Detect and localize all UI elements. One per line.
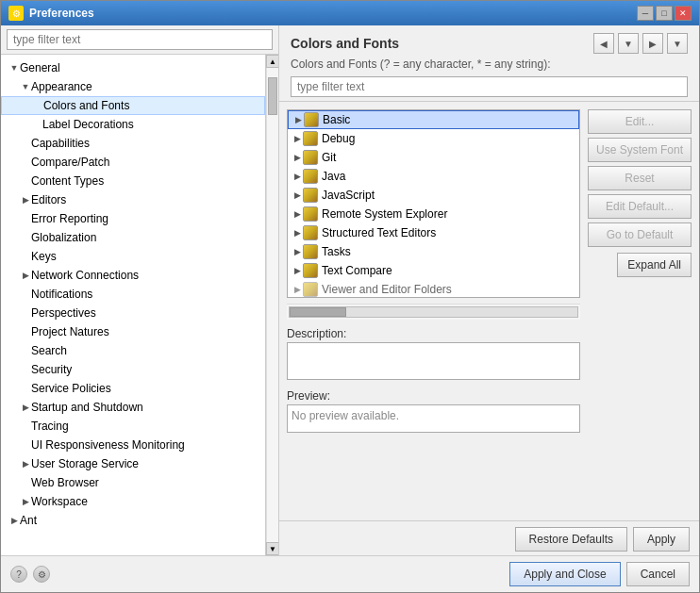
tree-item-appearance[interactable]: ▼ Appearance	[1, 77, 265, 96]
tree-label-capabilities: Capabilities	[31, 137, 90, 150]
tree-item-tracing[interactable]: ▶ Tracing	[1, 417, 265, 436]
right-title: Colors and Fonts	[291, 36, 399, 51]
color-tree[interactable]: ▶ Basic ▶ Debug ▶	[287, 109, 580, 298]
color-item-remote-system[interactable]: ▶ Remote System Explorer	[288, 205, 579, 223]
scroll-up-arrow[interactable]: ▲	[266, 55, 278, 68]
description-label: Description:	[287, 327, 580, 340]
left-panel: ▼ General ▼ Appearance ▶ Colors and Font…	[1, 25, 279, 555]
color-label-javascript: JavaScript	[322, 189, 375, 202]
tree-label-network-connections: Network Connections	[31, 269, 139, 282]
edit-button[interactable]: Edit...	[588, 109, 692, 134]
expand-all-button[interactable]: Expand All	[617, 253, 692, 277]
scroll-thumb	[268, 77, 277, 115]
tree-item-keys[interactable]: ▶ Keys	[1, 247, 265, 266]
tree-item-workspace[interactable]: ▶ Workspace	[1, 492, 265, 511]
tree-item-project-natures[interactable]: ▶ Project Natures	[1, 322, 265, 341]
maximize-button[interactable]: □	[656, 6, 673, 21]
forward-dropdown-button[interactable]: ▼	[667, 33, 688, 54]
expand-icon-appearance: ▼	[20, 81, 31, 92]
color-item-javascript[interactable]: ▶ JavaScript	[288, 186, 579, 205]
tree-item-ant[interactable]: ▶ Ant	[1, 511, 265, 530]
color-expand-basic: ▶	[292, 114, 304, 125]
right-filter-input[interactable]	[291, 76, 688, 97]
left-scrollbar: ▲ ▼	[265, 55, 278, 555]
tree-label-general: General	[20, 61, 60, 74]
tree-item-label-decorations[interactable]: ▶ Label Decorations	[1, 115, 265, 134]
color-label-text-compare: Text Compare	[322, 264, 392, 277]
tree-label-ui-responsiveness: UI Responsiveness Monitoring	[31, 438, 185, 452]
reset-button[interactable]: Reset	[588, 166, 692, 190]
color-label-java: Java	[322, 170, 345, 183]
tree-item-error-reporting[interactable]: ▶ Error Reporting	[1, 209, 265, 228]
tree-label-service-policies: Service Policies	[31, 382, 111, 395]
color-item-tasks[interactable]: ▶ Tasks	[288, 242, 579, 261]
tree-container: ▼ General ▼ Appearance ▶ Colors and Font…	[1, 55, 265, 555]
tree-item-startup-shutdown[interactable]: ▶ Startup and Shutdown	[1, 398, 265, 417]
color-label-git: Git	[322, 151, 336, 164]
scroll-down-arrow[interactable]: ▼	[266, 542, 278, 555]
tree-item-capabilities[interactable]: ▶ Capabilities	[1, 134, 265, 153]
color-label-tasks: Tasks	[322, 245, 351, 258]
left-filter-input[interactable]	[7, 29, 273, 50]
tree-label-project-natures: Project Natures	[31, 325, 109, 338]
minimize-button[interactable]: ─	[637, 6, 654, 21]
edit-default-button[interactable]: Edit Default...	[588, 194, 692, 219]
tree-item-compare-patch[interactable]: ▶ Compare/Patch	[1, 153, 265, 172]
tree-item-service-policies[interactable]: ▶ Service Policies	[1, 379, 265, 398]
color-icon-remote-system	[303, 206, 318, 222]
color-expand-viewer-editor: ▶	[292, 284, 303, 295]
tree-item-general[interactable]: ▼ General	[1, 58, 265, 77]
tree-label-content-types: Content Types	[31, 174, 104, 188]
cancel-button[interactable]: Cancel	[626, 562, 690, 586]
tree-item-ui-responsiveness[interactable]: ▶ UI Responsiveness Monitoring	[1, 436, 265, 454]
tree-item-notifications[interactable]: ▶ Notifications	[1, 285, 265, 304]
tree-item-perspectives[interactable]: ▶ Perspectives	[1, 304, 265, 322]
color-expand-tasks: ▶	[292, 246, 303, 257]
tree-item-security[interactable]: ▶ Security	[1, 360, 265, 379]
color-icon-tasks	[303, 244, 318, 259]
preferences-window: ⚙ Preferences ─ □ ✕ ▼ General	[0, 0, 700, 593]
color-item-text-compare[interactable]: ▶ Text Compare	[288, 261, 579, 280]
color-item-git[interactable]: ▶ Git	[288, 148, 579, 167]
tree-item-user-storage[interactable]: ▶ User Storage Service	[1, 454, 265, 473]
title-bar: ⚙ Preferences ─ □ ✕	[1, 1, 699, 25]
tree-label-search: Search	[31, 344, 67, 357]
tree-item-globalization[interactable]: ▶ Globalization	[1, 228, 265, 247]
color-item-debug[interactable]: ▶ Debug	[288, 129, 579, 148]
tree-item-colors-fonts[interactable]: ▶ Colors and Fonts	[1, 96, 265, 115]
settings-icon[interactable]: ⚙	[33, 566, 50, 583]
expand-all-row: Expand All	[588, 253, 692, 277]
use-system-font-button[interactable]: Use System Font	[588, 138, 692, 162]
forward-button[interactable]: ▶	[642, 33, 663, 54]
tree-label-compare-patch: Compare/Patch	[31, 156, 109, 169]
tree-item-editors[interactable]: ▶ Editors	[1, 190, 265, 209]
tree-item-network-connections[interactable]: ▶ Network Connections	[1, 266, 265, 285]
apply-button[interactable]: Apply	[633, 527, 690, 552]
tree-label-security: Security	[31, 363, 72, 376]
color-item-viewer-editor[interactable]: ▶ Viewer and Editor Folders	[288, 280, 579, 298]
tree-item-content-types[interactable]: ▶ Content Types	[1, 172, 265, 190]
color-item-java[interactable]: ▶ Java	[288, 167, 579, 186]
color-item-structured-text[interactable]: ▶ Structured Text Editors	[288, 223, 579, 242]
color-icon-debug	[303, 131, 318, 146]
window-title: Preferences	[29, 7, 94, 20]
tree-item-web-browser[interactable]: ▶ Web Browser	[1, 473, 265, 492]
tree-item-search[interactable]: ▶ Search	[1, 341, 265, 360]
tree-label-keys: Keys	[31, 250, 57, 263]
restore-defaults-button[interactable]: Restore Defaults	[515, 527, 627, 552]
color-expand-javascript: ▶	[292, 189, 303, 201]
go-to-default-button[interactable]: Go to Default	[588, 222, 692, 247]
color-label-basic: Basic	[323, 113, 350, 126]
close-button[interactable]: ✕	[675, 6, 692, 21]
bottom-left: ? ⚙	[10, 566, 50, 583]
back-button[interactable]: ◀	[593, 33, 614, 54]
apply-and-close-button[interactable]: Apply and Close	[509, 562, 620, 586]
title-bar-left: ⚙ Preferences	[8, 6, 94, 21]
help-icon[interactable]: ?	[10, 566, 27, 583]
h-scroll-track[interactable]	[289, 306, 578, 318]
back-dropdown-button[interactable]: ▼	[618, 33, 639, 54]
color-item-basic[interactable]: ▶ Basic	[288, 110, 579, 129]
preview-label: Preview:	[287, 389, 580, 403]
color-expand-structured-text: ▶	[292, 227, 303, 239]
tree-label-workspace: Workspace	[31, 495, 88, 508]
